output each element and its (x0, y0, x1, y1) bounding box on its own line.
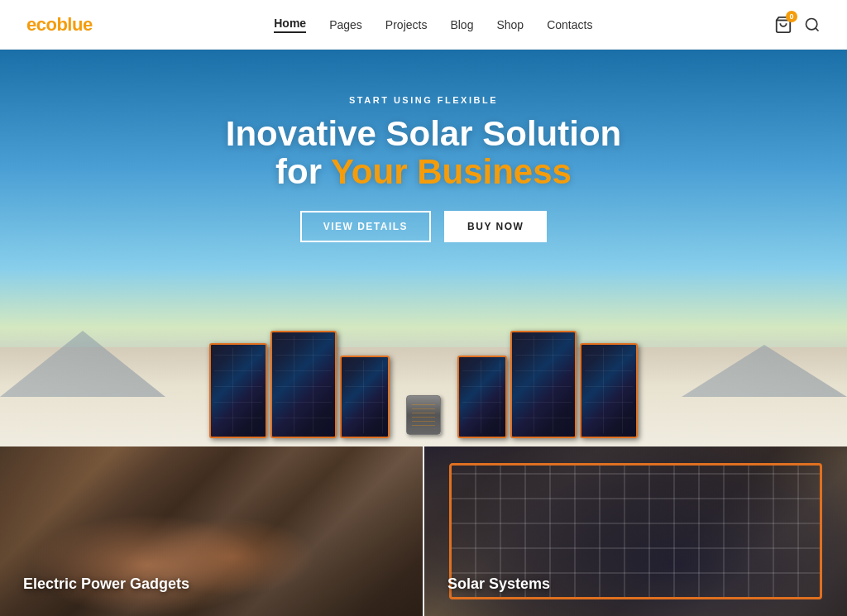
nav-home[interactable]: Home (274, 17, 306, 33)
battery-unit (406, 395, 441, 435)
panel-group-right (457, 331, 638, 438)
logo-eco: eco (26, 14, 56, 35)
svg-line-2 (816, 27, 819, 31)
panel-group-left (209, 331, 390, 438)
nav-blog[interactable]: Blog (450, 18, 473, 31)
solar-systems-card[interactable]: Solar Systems (424, 446, 847, 616)
search-icon (804, 17, 821, 33)
hero-buttons: VIEW DETAILS BUY NOW (226, 211, 621, 242)
hero-title-line2-orange: Your Business (331, 152, 572, 191)
nav-projects[interactable]: Projects (385, 18, 428, 31)
cart-badge: 0 (786, 11, 797, 22)
header-icons: 0 (774, 16, 821, 34)
solar-panels-scene (0, 240, 847, 446)
solar-panel-4 (457, 356, 507, 438)
main-nav: Home Pages Projects Blog Shop Contacts (274, 17, 592, 33)
svg-point-1 (806, 18, 816, 29)
electric-gadgets-label: Electric Power Gadgets (23, 575, 189, 593)
solar-panel-1 (209, 343, 267, 438)
hero-section: START USING FLEXIBLE Inovative Solar Sol… (0, 50, 847, 446)
solar-systems-label: Solar Systems (447, 575, 550, 593)
buy-now-button[interactable]: BUY NOW (444, 211, 547, 242)
solar-scene (209, 322, 638, 438)
solar-panel-2 (270, 331, 337, 438)
hero-subtitle: START USING FLEXIBLE (226, 95, 621, 105)
cart-button[interactable]: 0 (774, 16, 792, 34)
hero-content: START USING FLEXIBLE Inovative Solar Sol… (226, 50, 621, 242)
header: ecoblue Home Pages Projects Blog Shop Co… (0, 0, 847, 50)
nav-contacts[interactable]: Contacts (547, 18, 592, 31)
solar-panel-3 (340, 356, 390, 438)
bottom-cards: Electric Power Gadgets Solar Systems (0, 446, 847, 616)
solar-panel-6 (580, 343, 638, 438)
hero-title-line2-plain: for (275, 152, 331, 191)
hero-title-line1: Inovative Solar Solution (226, 114, 621, 153)
logo-blue: blue (56, 14, 92, 35)
nav-shop[interactable]: Shop (496, 18, 524, 31)
hero-title: Inovative Solar Solution for Your Busine… (226, 115, 621, 191)
battery-container (406, 322, 441, 438)
solar-panel-5 (510, 331, 577, 438)
electric-gadgets-card[interactable]: Electric Power Gadgets (0, 446, 423, 616)
view-details-button[interactable]: VIEW DETAILS (300, 211, 431, 242)
nav-pages[interactable]: Pages (329, 18, 362, 31)
search-button[interactable] (804, 17, 821, 33)
logo[interactable]: ecoblue (26, 14, 93, 36)
